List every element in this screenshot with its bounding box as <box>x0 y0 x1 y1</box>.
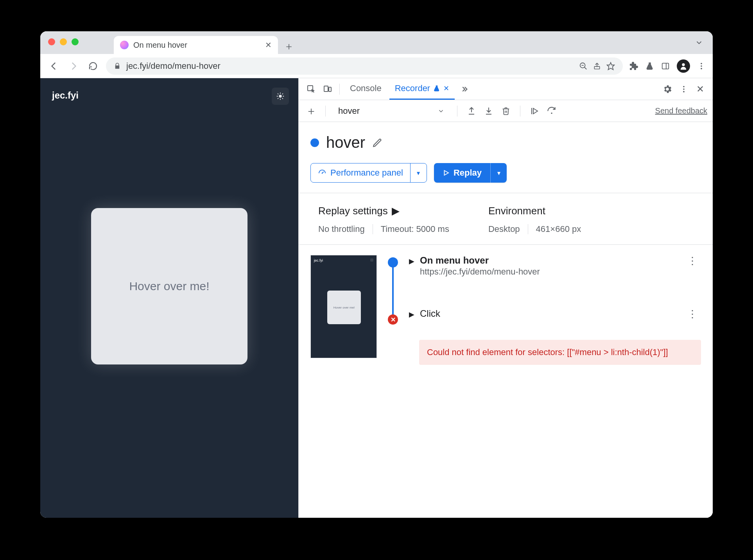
zoom-icon[interactable] <box>579 62 588 70</box>
replay-dropdown[interactable]: ▾ <box>490 163 507 183</box>
devtools-tabs: Console Recorder ✕ <box>299 78 713 100</box>
nav-back-button[interactable] <box>47 59 61 73</box>
omnibox[interactable]: jec.fyi/demo/menu-hover <box>106 57 623 75</box>
inspect-element-icon[interactable] <box>304 82 318 96</box>
window-minimize-icon[interactable] <box>60 38 67 45</box>
recording-dot-icon <box>310 138 319 147</box>
theme-toggle-button[interactable] <box>272 88 289 105</box>
replay-settings-heading[interactable]: Replay settings ▶ <box>318 205 449 217</box>
step-click[interactable]: ▶ Click ⋮ <box>409 308 701 320</box>
thumb-brand: jec.fyi <box>314 258 323 262</box>
export-icon[interactable] <box>464 104 479 118</box>
throttling-value: No throttling <box>318 224 365 234</box>
settings-gear-icon[interactable] <box>660 82 674 96</box>
svg-marker-29 <box>533 108 538 114</box>
step-error-message: Could not find element for selectors: [[… <box>419 340 701 365</box>
new-tab-button[interactable]: ＋ <box>281 38 297 54</box>
steps-section: jec.fyi Hover over me! ✕ ▶ <box>310 245 701 375</box>
hover-card[interactable]: Hover over me! <box>91 208 247 364</box>
recording-title: hover <box>326 134 365 151</box>
nav-forward-button[interactable] <box>67 59 80 73</box>
svg-point-9 <box>701 65 702 67</box>
svg-point-32 <box>322 173 323 174</box>
window-close-icon[interactable] <box>48 38 55 45</box>
step1-url: https://jec.fyi/demo/menu-hover <box>420 267 679 277</box>
sidepanel-icon[interactable] <box>661 62 670 70</box>
device-toggle-icon[interactable] <box>321 82 335 96</box>
environment-heading: Environment <box>488 205 581 217</box>
recorder-actions: Performance panel ▾ Replay ▾ <box>310 163 701 183</box>
lock-icon <box>114 63 121 70</box>
webpage-viewport: jec.fyi Hover over me! <box>40 78 298 518</box>
browser-tab-strip: On menu hover ✕ ＋ <box>40 31 713 54</box>
thumb-theme-icon <box>370 258 373 262</box>
steps-list: ▶ On menu hover https://jec.fyi/demo/men… <box>409 255 701 365</box>
performance-panel-label: Performance panel <box>330 168 403 178</box>
content-split: jec.fyi Hover over me! Console <box>40 78 713 518</box>
caret-right-icon: ▶ <box>392 205 400 217</box>
step1-menu-icon[interactable]: ⋮ <box>684 255 701 267</box>
page-brand: jec.fyi <box>52 90 79 101</box>
nav-reload-button[interactable] <box>86 59 100 73</box>
new-recording-button[interactable]: ＋ <box>304 104 318 118</box>
svg-rect-21 <box>324 86 328 92</box>
browser-window: On menu hover ✕ ＋ jec.fyi/demo/menu-hove… <box>40 31 713 518</box>
tab-console-label: Console <box>350 83 382 93</box>
bookmark-star-icon[interactable] <box>606 62 615 70</box>
tab-overflow-button[interactable] <box>695 31 703 54</box>
devtools-menu-icon[interactable] <box>677 82 691 96</box>
svg-point-8 <box>701 63 702 64</box>
svg-line-19 <box>282 93 283 94</box>
labs-icon[interactable] <box>645 62 654 70</box>
hover-card-text: Hover over me! <box>129 280 209 293</box>
url-text: jec.fyi/demo/menu-hover <box>126 61 574 71</box>
step-navigate[interactable]: ▶ On menu hover https://jec.fyi/demo/men… <box>409 255 701 277</box>
step-over-icon[interactable] <box>545 104 559 118</box>
address-bar: jec.fyi/demo/menu-hover <box>40 54 713 78</box>
svg-line-18 <box>278 98 278 99</box>
profile-avatar[interactable] <box>677 59 690 73</box>
svg-marker-4 <box>607 62 614 69</box>
tab-recorder[interactable]: Recorder ✕ <box>389 78 455 100</box>
replay-button[interactable]: Replay ▾ <box>434 163 507 183</box>
tab-recorder-label: Recorder <box>395 83 430 93</box>
window-maximize-icon[interactable] <box>72 38 79 45</box>
flask-icon <box>433 85 440 92</box>
devtools-close-icon[interactable]: ✕ <box>693 82 707 96</box>
tab-console[interactable]: Console <box>344 78 387 100</box>
performance-panel-button[interactable]: Performance panel ▾ <box>310 163 427 183</box>
continue-icon[interactable] <box>527 104 541 118</box>
devtools-panel: Console Recorder ✕ <box>298 78 713 518</box>
share-icon[interactable] <box>593 62 601 70</box>
recording-select-label: hover <box>338 106 360 116</box>
thumb-card: Hover over me! <box>327 291 361 324</box>
extensions-icon[interactable] <box>629 61 638 71</box>
performance-panel-dropdown[interactable]: ▾ <box>410 163 427 182</box>
recorder-settings: Replay settings ▶ No throttling Timeout:… <box>310 193 701 244</box>
env-size: 461×660 px <box>536 224 581 234</box>
chrome-menu-icon[interactable] <box>697 62 706 70</box>
send-feedback-link[interactable]: Send feedback <box>655 106 707 115</box>
svg-line-16 <box>278 93 278 94</box>
recorder-toolbar: ＋ hover <box>299 100 713 122</box>
step-caret-icon: ▶ <box>409 310 414 319</box>
recording-select[interactable]: hover <box>333 103 450 119</box>
replay-settings-col: Replay settings ▶ No throttling Timeout:… <box>318 205 449 234</box>
delete-icon[interactable] <box>499 104 513 118</box>
timeout-value: Timeout: 5000 ms <box>381 224 449 234</box>
svg-point-24 <box>683 88 685 90</box>
svg-rect-22 <box>329 87 331 92</box>
tab-recorder-close-icon[interactable]: ✕ <box>443 84 449 93</box>
tab-close-icon[interactable]: ✕ <box>265 40 272 50</box>
browser-tab[interactable]: On menu hover ✕ <box>114 36 278 54</box>
recorder-body: hover Performance panel ▾ <box>299 122 713 518</box>
browser-toolbar-right <box>629 59 706 73</box>
svg-rect-5 <box>662 63 669 69</box>
svg-marker-33 <box>444 171 448 175</box>
recording-title-row: hover <box>310 134 701 151</box>
import-icon[interactable] <box>482 104 496 118</box>
more-tabs-icon[interactable] <box>457 82 471 96</box>
rename-icon[interactable] <box>372 138 382 148</box>
step-caret-icon: ▶ <box>409 257 414 266</box>
step2-menu-icon[interactable]: ⋮ <box>684 308 701 320</box>
